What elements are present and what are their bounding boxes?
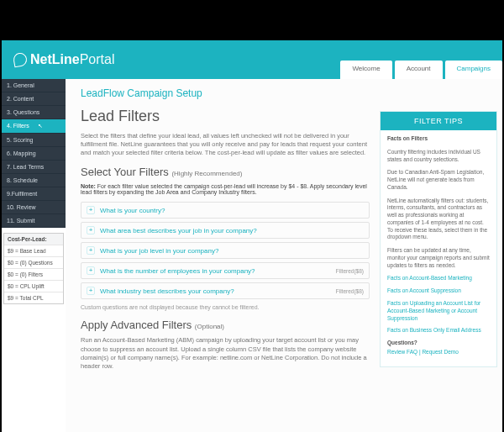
- step-filters[interactable]: 4. Filters↖: [2, 119, 66, 134]
- questions-link[interactable]: Review FAQ | Request Demo: [387, 349, 490, 356]
- page-title: LeadFlow Campaign Setup: [81, 87, 370, 99]
- expand-icon: +: [87, 287, 95, 295]
- filter-meta: Filtered($8): [336, 288, 364, 294]
- brand-light: Portal: [80, 52, 115, 66]
- filter-label: What is the number of employees in your …: [100, 267, 255, 275]
- left-sidebar: 1. General 2. Content 3. Questions 4. Fi…: [2, 79, 66, 432]
- step-schedule[interactable]: 8. Schedule: [2, 174, 66, 187]
- filter-label: What is your country?: [100, 207, 165, 214]
- filter-industry[interactable]: + What industry best describes your comp…: [81, 282, 370, 299]
- filter-label: What industry best describes your compan…: [100, 287, 234, 295]
- tips-link-email[interactable]: Facts on Business Only Email Address: [387, 327, 490, 335]
- questions-title: Questions?: [387, 340, 490, 347]
- tips-link-upload[interactable]: Facts on Uploading an Account List for A…: [387, 300, 490, 322]
- step-general[interactable]: 1. General: [2, 79, 66, 92]
- intro-text: Select the filters that define your idea…: [81, 132, 370, 157]
- tips-paragraph: NetLine automatically filters out: stude…: [387, 198, 490, 242]
- advanced-description: Run an Account-Based Marketing (ABM) cam…: [81, 336, 370, 371]
- expand-icon: +: [87, 226, 95, 234]
- filter-tips-panel: FILTER TIPS Facts on Filters Country fil…: [380, 111, 497, 432]
- filter-label: What area best describes your job in you…: [100, 227, 257, 234]
- advanced-filters-heading: Apply Advanced Filters (Optional): [81, 319, 370, 331]
- step-content[interactable]: 2. Content: [2, 92, 66, 106]
- brand-mark-icon: [13, 52, 29, 68]
- step-questions[interactable]: 3. Questions: [2, 106, 66, 119]
- cpl-row: $0 = (0) Questions: [4, 256, 63, 268]
- facts-title: Facts on Filters: [387, 135, 490, 143]
- cpl-row: $0 = (0) Filters: [4, 268, 63, 280]
- tips-title: FILTER TIPS: [381, 112, 496, 130]
- expand-icon: +: [87, 266, 95, 275]
- expand-icon: +: [87, 206, 95, 214]
- step-submit[interactable]: 11. Submit: [2, 214, 66, 228]
- select-filters-heading: Select Your Filters (Highly Recommended): [81, 166, 370, 178]
- cpl-title: Cost-Per-Lead:: [4, 234, 63, 245]
- tips-paragraph: Filters can be updated at any time, moni…: [387, 247, 490, 269]
- tips-link-suppression[interactable]: Facts on Account Suppression: [387, 287, 490, 295]
- step-mapping[interactable]: 6. Mapping: [2, 147, 66, 161]
- filter-country[interactable]: + What is your country?: [81, 202, 370, 219]
- tab-account[interactable]: Account: [395, 61, 443, 79]
- note-text: Note: For each filter value selected the…: [81, 183, 370, 195]
- filter-job-level[interactable]: + What is your job level in your company…: [81, 242, 370, 259]
- brand-bold: NetLine: [30, 52, 80, 66]
- tips-paragraph: Country filtering includes individual US…: [387, 149, 490, 164]
- brand-logo: NetLinePortal: [13, 52, 114, 67]
- tips-paragraph: Due to Canadian Anti-Spam Legislation, N…: [387, 169, 490, 191]
- filter-label: What is your job level in your company?: [100, 247, 218, 255]
- cost-per-lead-panel: Cost-Per-Lead: $9 = Base Lead $0 = (0) Q…: [3, 233, 64, 304]
- step-review[interactable]: 10. Review: [2, 201, 66, 214]
- step-lead-terms[interactable]: 7. Lead Terms: [2, 161, 66, 174]
- filter-employees[interactable]: + What is the number of employees in you…: [81, 262, 370, 279]
- header-tabs: Welcome Account Campaigns: [338, 61, 502, 79]
- cursor-icon: ↖: [38, 123, 43, 129]
- expand-icon: +: [87, 246, 95, 255]
- step-fulfilment[interactable]: 9.Fulfilment: [2, 187, 66, 201]
- filter-meta: Filtered($8): [336, 268, 364, 274]
- step-scoring[interactable]: 5. Scoring: [2, 134, 66, 147]
- cpl-row: $9 = Total CPL: [4, 292, 63, 303]
- wizard-steps: 1. General 2. Content 3. Questions 4. Fi…: [2, 79, 66, 228]
- cpl-row: $9 = Base Lead: [4, 245, 63, 256]
- section-heading: Lead Filters: [81, 108, 370, 125]
- cpl-row: $0 = CPL Uplift: [4, 280, 63, 292]
- app-header: NetLinePortal Welcome Account Campaigns: [2, 40, 502, 79]
- custom-questions-note: Custom questions are not displayed becau…: [81, 304, 370, 310]
- tab-welcome[interactable]: Welcome: [340, 61, 391, 79]
- tab-campaigns[interactable]: Campaigns: [445, 61, 502, 79]
- main-content: LeadFlow Campaign Setup Lead Filters Sel…: [66, 79, 380, 432]
- filter-job-area[interactable]: + What area best describes your job in y…: [81, 222, 370, 239]
- tips-link-abm[interactable]: Facts on Account-Based Marketing: [387, 275, 490, 282]
